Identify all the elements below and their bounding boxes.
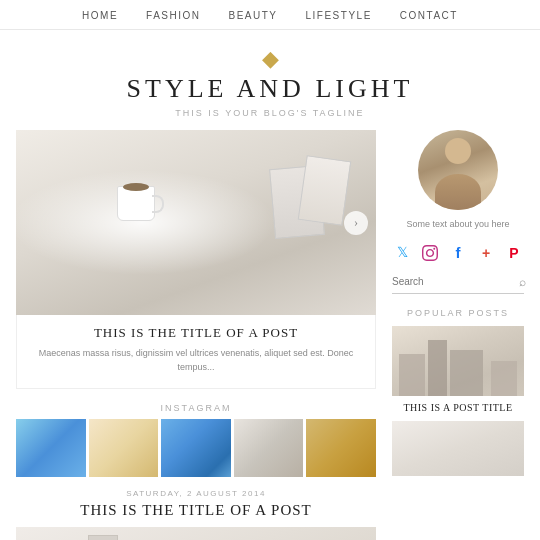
navigation: HOME FASHION BEAUTY LIFESTYLE CONTACT bbox=[0, 0, 540, 30]
popular-post-image bbox=[392, 326, 524, 396]
blog-post-title[interactable]: THIS IS THE TITLE OF A POST bbox=[16, 502, 376, 519]
instagram-grid bbox=[16, 419, 376, 477]
instagram-thumb-4[interactable] bbox=[234, 419, 304, 477]
pinterest-icon[interactable]: P bbox=[504, 243, 524, 263]
site-header: ◆ STYLE AND LIGHT THIS IS YOUR BLOG'S TA… bbox=[0, 30, 540, 130]
popular-posts-label: POPULAR POSTS bbox=[392, 308, 524, 318]
blog-tagline: THIS IS YOUR BLOG'S TAGLINE bbox=[0, 108, 540, 118]
popular-post-2-image bbox=[392, 421, 524, 476]
main-layout: › THIS IS THE TITLE OF A POST Maecenas m… bbox=[0, 130, 540, 540]
about-text: Some text about you here bbox=[406, 218, 509, 231]
blog-post-mini: SATURDAY, 2 AUGUST 2014 THIS IS THE TITL… bbox=[16, 489, 376, 540]
building-2 bbox=[428, 340, 448, 396]
featured-post-caption: THIS IS THE TITLE OF A POST Maecenas mas… bbox=[16, 315, 376, 389]
search-input[interactable] bbox=[392, 276, 519, 287]
building-1 bbox=[399, 354, 425, 396]
googleplus-icon[interactable]: + bbox=[476, 243, 496, 263]
avatar bbox=[418, 130, 498, 210]
featured-post-image: › bbox=[16, 130, 376, 315]
nav-beauty[interactable]: BEAUTY bbox=[228, 10, 277, 21]
instagram-label: INSTAGRAM bbox=[16, 403, 376, 413]
search-box: ⌕ bbox=[392, 275, 524, 294]
social-icons: 𝕏 f + P bbox=[392, 243, 524, 263]
instagram-thumb-5[interactable] bbox=[306, 419, 376, 477]
instagram-thumb-2[interactable] bbox=[89, 419, 159, 477]
search-button[interactable]: ⌕ bbox=[519, 275, 526, 289]
coffee-cup-decoration bbox=[117, 186, 155, 221]
post-image-detail-1 bbox=[88, 535, 118, 541]
featured-post-excerpt: Maecenas massa risus, dignissim vel ultr… bbox=[29, 347, 363, 374]
facebook-icon[interactable]: f bbox=[448, 243, 468, 263]
avatar-image bbox=[418, 130, 498, 210]
instagram-thumb-3[interactable] bbox=[161, 419, 231, 477]
right-column: Some text about you here 𝕏 f + P ⌕ POPUL… bbox=[392, 130, 524, 540]
next-slide-button[interactable]: › bbox=[344, 211, 368, 235]
popular-post-title[interactable]: THIS IS A POST TITLE bbox=[392, 402, 524, 413]
instagram-thumb-1[interactable] bbox=[16, 419, 86, 477]
building-3 bbox=[450, 350, 483, 396]
instagram-icon[interactable] bbox=[420, 243, 440, 263]
blog-title: STYLE AND LIGHT bbox=[0, 74, 540, 104]
building-4 bbox=[491, 361, 517, 396]
featured-post: › THIS IS THE TITLE OF A POST Maecenas m… bbox=[16, 130, 376, 389]
blog-post-preview-image bbox=[16, 527, 376, 540]
nav-home[interactable]: HOME bbox=[82, 10, 118, 21]
instagram-section: INSTAGRAM bbox=[16, 403, 376, 477]
featured-post-title: THIS IS THE TITLE OF A POST bbox=[29, 325, 363, 341]
twitter-icon[interactable]: 𝕏 bbox=[392, 243, 412, 263]
post-date: SATURDAY, 2 AUGUST 2014 bbox=[16, 489, 376, 498]
nav-fashion[interactable]: FASHION bbox=[146, 10, 200, 21]
nav-lifestyle[interactable]: LIFESTYLE bbox=[306, 10, 372, 21]
magazine-decoration-2 bbox=[298, 155, 352, 226]
left-column: › THIS IS THE TITLE OF A POST Maecenas m… bbox=[16, 130, 376, 540]
nav-contact[interactable]: CONTACT bbox=[400, 10, 458, 21]
about-section: Some text about you here bbox=[392, 130, 524, 231]
popular-posts-section: POPULAR POSTS THIS IS A POST TITLE bbox=[392, 308, 524, 476]
diamond-icon: ◆ bbox=[0, 48, 540, 70]
